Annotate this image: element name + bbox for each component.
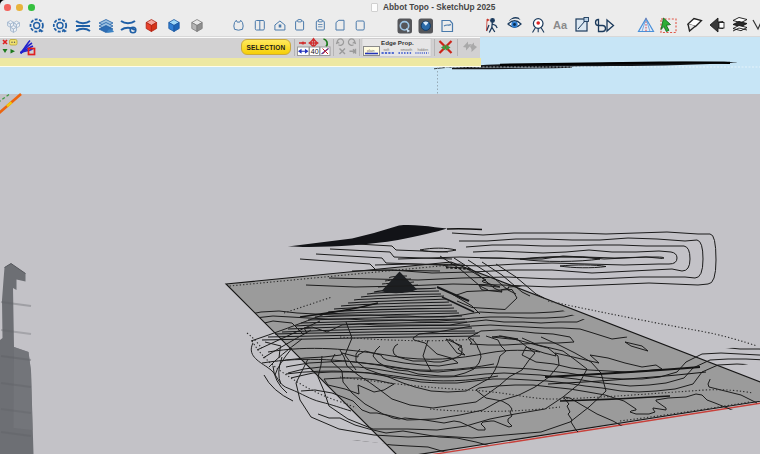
svg-text:plain: plain [367, 49, 375, 53]
svg-text:smooth: smooth [401, 48, 413, 52]
svg-text:Aa: Aa [553, 19, 568, 31]
svg-text:40: 40 [311, 48, 319, 55]
svg-text:hidden: hidden [418, 48, 429, 52]
svg-text:soft: soft [384, 48, 390, 52]
svg-text:Edge Prop.: Edge Prop. [381, 39, 414, 46]
